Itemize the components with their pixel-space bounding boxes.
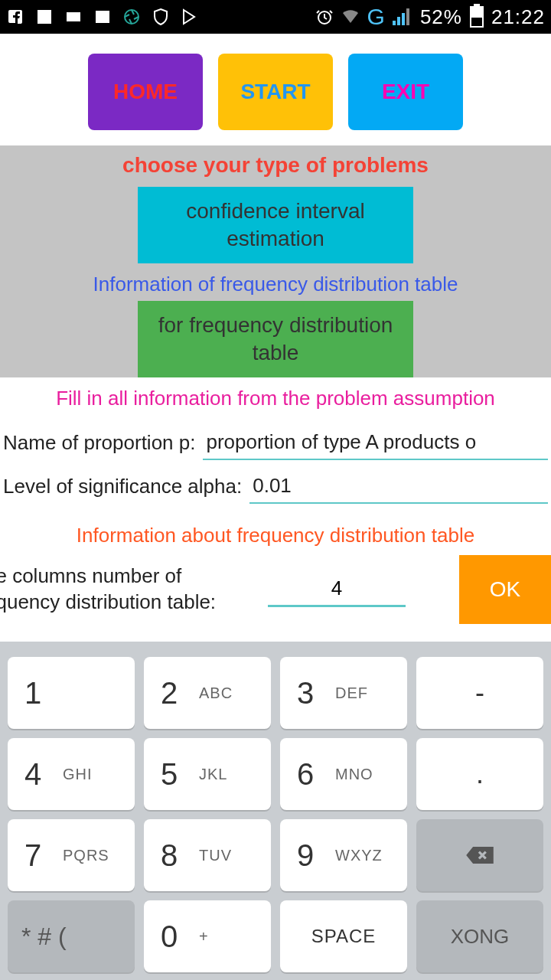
aperture-icon [122,8,141,26]
key-symbols[interactable]: * # ( [8,900,135,972]
freq-info-heading: Information of frequency distribution ta… [0,263,551,301]
key-backspace[interactable] [416,819,543,891]
key-6[interactable]: 6MNO [280,738,407,810]
image-icon [93,8,112,26]
home-button[interactable]: HOME [88,54,203,130]
key-dash[interactable]: - [416,657,543,729]
key-7[interactable]: 7PQRS [8,819,135,891]
numeric-keypad: 1 2ABC 3DEF - 4GHI 5JKL 6MNO . 7PQRS 8TU… [0,642,551,980]
shield-icon [152,8,170,26]
key-space[interactable]: SPACE [280,900,407,972]
keyboard-icon [64,8,83,26]
status-time: 21:22 [491,5,545,29]
top-nav: HOME START EXIT [0,34,551,145]
facebook-icon [6,8,24,26]
key-dot[interactable]: . [416,738,543,810]
key-1[interactable]: 1 [8,657,135,729]
network-g-icon: G [367,4,385,30]
play-store-icon [181,8,199,26]
columns-label: he columns number of equency distributio… [0,564,260,616]
choose-type-heading: choose your type of problems [0,145,551,182]
svg-point-0 [125,10,139,24]
alpha-input[interactable] [249,469,548,504]
signal-icon [393,8,412,25]
alarm-icon [315,8,334,26]
key-5[interactable]: 5JKL [144,738,271,810]
backspace-icon [465,844,495,866]
battery-icon [470,6,484,28]
youtube-icon [35,8,54,26]
key-9[interactable]: 9WXYZ [280,819,407,891]
status-bar: G 52% 21:22 [0,0,551,34]
start-button[interactable]: START [218,54,333,130]
battery-percent: 52% [420,5,462,29]
wifi-icon [341,8,360,26]
alpha-row: Level of significance alpha: [0,465,551,508]
key-4[interactable]: 4GHI [8,738,135,810]
columns-input[interactable] [268,572,406,607]
alpha-label: Level of significance alpha: [3,475,242,498]
freq-distribution-button[interactable]: for frequency distribution table [138,301,413,377]
key-3[interactable]: 3DEF [280,657,407,729]
proportion-input[interactable] [203,426,548,460]
key-0[interactable]: 0+ [144,900,271,972]
proportion-label: Name of proportion p: [3,431,195,455]
freq-table-info-heading: Information about frequency distribution… [0,508,551,555]
columns-row: he columns number of equency distributio… [0,555,551,624]
exit-button[interactable]: EXIT [348,54,463,130]
key-2[interactable]: 2ABC [144,657,271,729]
problem-type-section: choose your type of problems confidence … [0,145,551,377]
ok-button[interactable]: OK [459,555,551,624]
proportion-row: Name of proportion p: [0,421,551,465]
fill-info-heading: Fill in all information from the problem… [0,377,551,421]
key-done[interactable]: XONG [416,900,543,972]
key-8[interactable]: 8TUV [144,819,271,891]
confidence-interval-button[interactable]: confidence interval estimation [138,187,413,263]
